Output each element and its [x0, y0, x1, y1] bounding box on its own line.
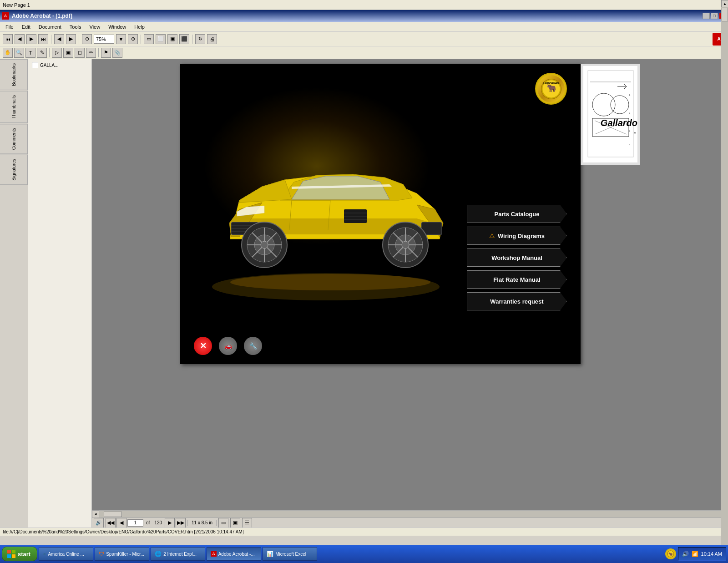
forward-button[interactable]: ▶: [66, 34, 76, 44]
taskbar-excel-label: Microsoft Excel: [275, 552, 306, 557]
menu-window[interactable]: Window: [105, 23, 130, 30]
markup-tool-1[interactable]: ▣: [63, 48, 73, 58]
taskbar-excel-button[interactable]: 📊 Microsoft Excel: [263, 547, 317, 561]
maximize-button[interactable]: □: [711, 13, 718, 19]
workshop-manual-button[interactable]: Workshop Manual: [467, 249, 567, 267]
signatures-tab[interactable]: Signatures: [0, 155, 28, 185]
page-last-button[interactable]: ▶▶: [176, 518, 186, 528]
bull-icon: 🐂 LAMBORGHINI: [541, 79, 561, 99]
menu-edit[interactable]: Edit: [18, 23, 34, 30]
page-first-button[interactable]: ◀◀: [106, 518, 116, 528]
zoom-dropdown-button[interactable]: ▼: [116, 34, 126, 44]
left-panel: Bookmarks Thumbnails Comments Signatures: [0, 59, 28, 527]
vertical-scrollbar[interactable]: ▲ ▼: [721, 59, 728, 527]
parts-catalogue-button[interactable]: Parts Catalogue: [467, 205, 567, 223]
lambo-tray-svg: 🐂: [667, 550, 674, 558]
menu-bar: File Edit Document Tools View Window Hel…: [0, 22, 728, 32]
svg-rect-46: [12, 550, 15, 553]
taskbar-acrobat-button[interactable]: A Adobe Acrobat -...: [207, 547, 261, 561]
continuous-btn[interactable]: ☰: [242, 518, 252, 528]
menu-document[interactable]: Document: [35, 23, 65, 30]
taskbar-right: 🐂 🔊 📶 10:14 AM: [665, 547, 726, 561]
page-size-text: 11 x 8.5 in: [190, 520, 214, 525]
audio-button[interactable]: 🔊: [94, 518, 104, 528]
right-preview-panel: 1 2 3 4 Gallardo e: [581, 64, 640, 165]
wiring-diagrams-button[interactable]: ⚠ Wiring Diagrams: [467, 227, 567, 245]
gallardo-text: Gallardo: [601, 118, 637, 128]
bottom-action-icons: ✕ 🚗 🔧: [194, 337, 262, 355]
menu-file[interactable]: File: [2, 23, 17, 30]
page-of-text: of: [144, 520, 152, 525]
highlight-tool[interactable]: ✏: [86, 48, 96, 58]
bookmark-label: GALLA...: [40, 63, 59, 68]
back-button[interactable]: ◀: [54, 34, 64, 44]
fit-page-button[interactable]: ▭: [144, 34, 154, 44]
minimize-button[interactable]: _: [703, 13, 710, 19]
browser-title-text: New Page 1: [3, 2, 30, 8]
page-next-button[interactable]: ▶: [165, 518, 175, 528]
lamborghini-tray-icon[interactable]: 🐂: [665, 548, 676, 559]
car-icon-button[interactable]: 🚗: [219, 337, 237, 355]
page-navigation: ◀◀ ◀ of 120 ▶ ▶▶: [106, 518, 186, 528]
status-sep-1: [187, 520, 188, 526]
taskbar-aol-button[interactable]: ● America Online ...: [39, 547, 93, 561]
current-page-input[interactable]: [127, 519, 143, 527]
zoom-out-button[interactable]: ⊖: [82, 34, 92, 44]
bookmarks-panel: GALLA...: [28, 59, 92, 527]
text-select-tool[interactable]: T: [25, 48, 35, 58]
close-icon-button[interactable]: ✕: [194, 337, 212, 355]
warranties-request-button[interactable]: Warranties request: [467, 292, 567, 310]
flat-rate-manual-button[interactable]: Flat Rate Manual: [467, 270, 567, 289]
fit-page-status-btn[interactable]: ▭: [218, 518, 228, 528]
svg-rect-45: [7, 550, 11, 553]
comments-tab[interactable]: Comments: [0, 124, 28, 154]
full-screen-button[interactable]: ⬛: [179, 34, 189, 44]
zoom-value-display[interactable]: 75%: [94, 35, 114, 44]
zoom-in-button[interactable]: ⊕: [128, 34, 138, 44]
system-tray: 🔊 📶 10:14 AM: [678, 547, 726, 561]
fit-width-button[interactable]: ⬜: [156, 34, 166, 44]
menu-view[interactable]: View: [86, 23, 104, 30]
horizontal-scrollbar[interactable]: ◄ ►: [92, 510, 728, 517]
warranties-request-label: Warranties request: [490, 298, 543, 305]
stamp-tool[interactable]: ⚑: [101, 48, 111, 58]
car-svg: [194, 109, 458, 300]
menu-help[interactable]: Help: [131, 23, 148, 30]
h-scroll-thumb[interactable]: [104, 512, 122, 517]
ie-icon: 🌐: [155, 551, 162, 557]
signatures-tab-label: Signatures: [11, 159, 16, 181]
scroll-left-button[interactable]: ◄: [92, 511, 99, 518]
acrobat-title-bar: A Adobe Acrobat - [1.pdf] _ □ ✕: [0, 10, 728, 22]
warning-triangle-icon: ⚠: [489, 232, 495, 239]
select-object-tool[interactable]: ▷: [52, 48, 62, 58]
print-button[interactable]: 🖨: [207, 34, 217, 44]
bookmarks-tab[interactable]: Bookmarks: [0, 59, 28, 90]
taskbar-ie-button[interactable]: 🌐 2 Internet Expl...: [151, 547, 205, 561]
thumbnails-tab[interactable]: Thumbnails: [0, 91, 28, 123]
start-button[interactable]: start: [2, 547, 37, 561]
bookmark-item-gallardo[interactable]: GALLA...: [30, 61, 90, 69]
nav-last-button[interactable]: ⏭: [38, 34, 48, 44]
svg-point-18: [261, 241, 268, 249]
acrobat-taskbar-icon: A: [211, 551, 217, 557]
attach-tool[interactable]: 📎: [112, 48, 122, 58]
nav-first-button[interactable]: ⏮: [3, 34, 13, 44]
hand-tool[interactable]: ✋: [3, 48, 13, 58]
zoom-tool[interactable]: 🔍: [14, 48, 24, 58]
fit-visible-button[interactable]: ▣: [167, 34, 177, 44]
menu-tools[interactable]: Tools: [66, 23, 85, 30]
wiring-diagrams-label: Wiring Diagrams: [498, 233, 545, 239]
taskbar-acrobat-label: Adobe Acrobat -...: [218, 552, 255, 557]
tools-icon-button[interactable]: 🔧: [244, 337, 262, 355]
nav-next-button[interactable]: ▶: [26, 34, 36, 44]
page-prev-button[interactable]: ◀: [116, 518, 126, 528]
edit-tool[interactable]: ✎: [37, 48, 47, 58]
actual-size-btn[interactable]: ▣: [230, 518, 240, 528]
taskbar-spamkiller-label: SpamKiller - Micr...: [106, 552, 144, 557]
taskbar-spamkiller-button[interactable]: 🛡 SpamKiller - Micr...: [95, 547, 149, 561]
markup-tool-2[interactable]: ◻: [75, 48, 85, 58]
pdf-status-bar: 🔊 ◀◀ ◀ of 120 ▶ ▶▶ 11 x 8.5 in ▭ ▣ ☰: [92, 517, 728, 527]
nav-prev-button[interactable]: ◀: [15, 34, 25, 44]
acrobat-title-text: Adobe Acrobat - [1.pdf]: [12, 13, 72, 19]
rotate-button[interactable]: ↻: [195, 34, 205, 44]
